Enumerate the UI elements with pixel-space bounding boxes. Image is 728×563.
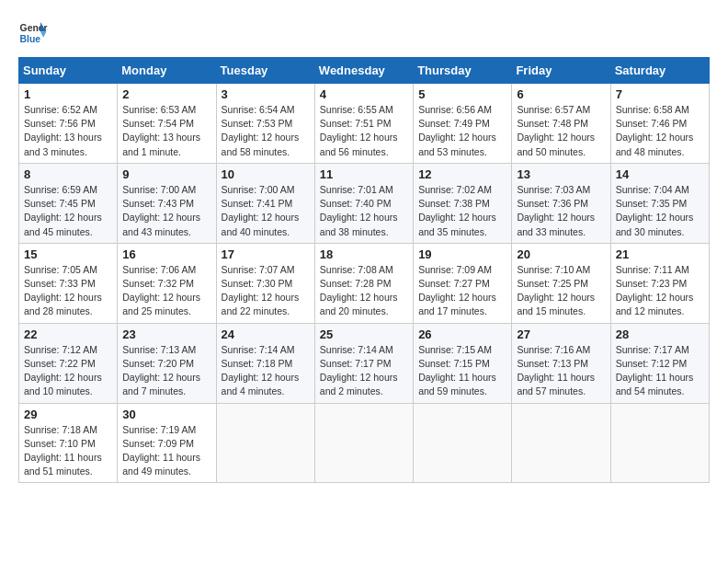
calendar-cell: 26 Sunrise: 7:15 AM Sunset: 7:15 PM Dayl… [414,323,512,403]
day-number: 23 [122,327,210,341]
day-number: 26 [418,327,506,341]
day-info: Sunrise: 6:58 AM Sunset: 7:46 PM Dayligh… [616,103,704,159]
calendar-cell: 13 Sunrise: 7:03 AM Sunset: 7:36 PM Dayl… [512,163,610,243]
calendar-table: SundayMondayTuesdayWednesdayThursdayFrid… [18,57,710,483]
day-info: Sunrise: 7:11 AM Sunset: 7:23 PM Dayligh… [616,263,704,319]
calendar-cell: 7 Sunrise: 6:58 AM Sunset: 7:46 PM Dayli… [610,84,709,164]
day-number: 13 [517,167,605,181]
col-header-saturday: Saturday [610,58,709,84]
calendar-cell: 18 Sunrise: 7:08 AM Sunset: 7:28 PM Dayl… [314,243,413,323]
day-number: 2 [122,87,210,101]
day-info: Sunrise: 7:02 AM Sunset: 7:38 PM Dayligh… [418,183,506,239]
day-number: 22 [24,327,112,341]
calendar-cell: 6 Sunrise: 6:57 AM Sunset: 7:48 PM Dayli… [512,84,610,164]
day-number: 8 [24,167,112,181]
calendar-cell: 12 Sunrise: 7:02 AM Sunset: 7:38 PM Dayl… [414,163,512,243]
calendar-cell [216,403,314,483]
day-number: 27 [517,327,605,341]
day-info: Sunrise: 7:01 AM Sunset: 7:40 PM Dayligh… [320,183,408,239]
day-info: Sunrise: 7:13 AM Sunset: 7:20 PM Dayligh… [122,343,210,399]
calendar-cell: 3 Sunrise: 6:54 AM Sunset: 7:53 PM Dayli… [216,84,314,164]
day-info: Sunrise: 6:57 AM Sunset: 7:48 PM Dayligh… [517,103,605,159]
col-header-thursday: Thursday [414,58,512,84]
day-info: Sunrise: 7:00 AM Sunset: 7:43 PM Dayligh… [122,183,210,239]
calendar-cell: 16 Sunrise: 7:06 AM Sunset: 7:32 PM Dayl… [118,243,216,323]
day-info: Sunrise: 6:53 AM Sunset: 7:54 PM Dayligh… [122,103,210,159]
day-number: 4 [320,87,408,101]
svg-marker-3 [40,31,46,37]
calendar-cell: 23 Sunrise: 7:13 AM Sunset: 7:20 PM Dayl… [118,323,216,403]
calendar-week-3: 15 Sunrise: 7:05 AM Sunset: 7:33 PM Dayl… [19,243,710,323]
calendar-cell: 10 Sunrise: 7:00 AM Sunset: 7:41 PM Dayl… [216,163,314,243]
day-info: Sunrise: 7:14 AM Sunset: 7:18 PM Dayligh… [222,343,310,399]
day-info: Sunrise: 7:15 AM Sunset: 7:15 PM Dayligh… [418,343,506,399]
day-info: Sunrise: 7:00 AM Sunset: 7:41 PM Dayligh… [222,183,310,239]
col-header-wednesday: Wednesday [314,58,413,84]
day-info: Sunrise: 7:14 AM Sunset: 7:17 PM Dayligh… [320,343,408,399]
day-info: Sunrise: 7:08 AM Sunset: 7:28 PM Dayligh… [320,263,408,319]
calendar-week-4: 22 Sunrise: 7:12 AM Sunset: 7:22 PM Dayl… [19,323,710,403]
day-number: 28 [616,327,704,341]
header-row: SundayMondayTuesdayWednesdayThursdayFrid… [19,58,710,84]
page-header: General Blue [18,18,710,48]
day-info: Sunrise: 6:55 AM Sunset: 7:51 PM Dayligh… [320,103,408,159]
day-info: Sunrise: 7:06 AM Sunset: 7:32 PM Dayligh… [122,263,210,319]
day-info: Sunrise: 7:05 AM Sunset: 7:33 PM Dayligh… [24,263,112,319]
calendar-cell [512,403,610,483]
calendar-cell: 30 Sunrise: 7:19 AM Sunset: 7:09 PM Dayl… [118,403,216,483]
day-number: 15 [24,247,112,261]
calendar-cell [610,403,709,483]
calendar-cell: 28 Sunrise: 7:17 AM Sunset: 7:12 PM Dayl… [610,323,709,403]
day-number: 24 [222,327,310,341]
day-number: 7 [616,87,704,101]
calendar-cell: 1 Sunrise: 6:52 AM Sunset: 7:56 PM Dayli… [19,84,118,164]
calendar-cell: 24 Sunrise: 7:14 AM Sunset: 7:18 PM Dayl… [216,323,314,403]
day-number: 14 [616,167,704,181]
day-number: 25 [320,327,408,341]
calendar-cell: 9 Sunrise: 7:00 AM Sunset: 7:43 PM Dayli… [118,163,216,243]
day-info: Sunrise: 6:59 AM Sunset: 7:45 PM Dayligh… [24,183,112,239]
day-number: 29 [24,408,112,421]
calendar-week-2: 8 Sunrise: 6:59 AM Sunset: 7:45 PM Dayli… [19,163,710,243]
calendar-cell [414,403,512,483]
day-info: Sunrise: 7:19 AM Sunset: 7:09 PM Dayligh… [122,423,210,479]
calendar-cell: 15 Sunrise: 7:05 AM Sunset: 7:33 PM Dayl… [19,243,118,323]
calendar-cell: 22 Sunrise: 7:12 AM Sunset: 7:22 PM Dayl… [19,323,118,403]
calendar-cell: 11 Sunrise: 7:01 AM Sunset: 7:40 PM Dayl… [314,163,413,243]
day-info: Sunrise: 7:16 AM Sunset: 7:13 PM Dayligh… [517,343,605,399]
day-number: 11 [320,167,408,181]
calendar-cell [314,403,413,483]
day-info: Sunrise: 7:17 AM Sunset: 7:12 PM Dayligh… [616,343,704,399]
day-info: Sunrise: 7:07 AM Sunset: 7:30 PM Dayligh… [222,263,310,319]
day-number: 5 [418,87,506,101]
day-info: Sunrise: 6:52 AM Sunset: 7:56 PM Dayligh… [24,103,112,159]
day-number: 20 [517,247,605,261]
day-info: Sunrise: 7:09 AM Sunset: 7:27 PM Dayligh… [418,263,506,319]
col-header-monday: Monday [118,58,216,84]
day-number: 18 [320,247,408,261]
day-number: 1 [24,87,112,101]
calendar-week-1: 1 Sunrise: 6:52 AM Sunset: 7:56 PM Dayli… [19,84,710,164]
day-number: 9 [122,167,210,181]
day-number: 10 [222,167,310,181]
day-info: Sunrise: 7:18 AM Sunset: 7:10 PM Dayligh… [24,423,112,479]
logo-icon: General Blue [18,18,48,48]
col-header-sunday: Sunday [19,58,118,84]
day-number: 19 [418,247,506,261]
day-number: 16 [122,247,210,261]
day-number: 21 [616,247,704,261]
calendar-cell: 8 Sunrise: 6:59 AM Sunset: 7:45 PM Dayli… [19,163,118,243]
calendar-cell: 4 Sunrise: 6:55 AM Sunset: 7:51 PM Dayli… [314,84,413,164]
day-info: Sunrise: 7:04 AM Sunset: 7:35 PM Dayligh… [616,183,704,239]
day-number: 17 [222,247,310,261]
col-header-friday: Friday [512,58,610,84]
calendar-cell: 27 Sunrise: 7:16 AM Sunset: 7:13 PM Dayl… [512,323,610,403]
calendar-cell: 20 Sunrise: 7:10 AM Sunset: 7:25 PM Dayl… [512,243,610,323]
day-number: 30 [122,408,210,421]
day-info: Sunrise: 6:54 AM Sunset: 7:53 PM Dayligh… [222,103,310,159]
calendar-cell: 25 Sunrise: 7:14 AM Sunset: 7:17 PM Dayl… [314,323,413,403]
logo: General Blue [18,18,48,48]
day-info: Sunrise: 6:56 AM Sunset: 7:49 PM Dayligh… [418,103,506,159]
col-header-tuesday: Tuesday [216,58,314,84]
calendar-cell: 17 Sunrise: 7:07 AM Sunset: 7:30 PM Dayl… [216,243,314,323]
